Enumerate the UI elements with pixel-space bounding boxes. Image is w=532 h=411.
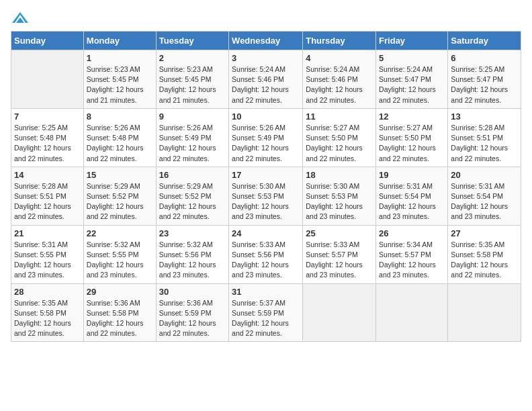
calendar-cell: 13Sunrise: 5:28 AMSunset: 5:51 PMDayligh… bbox=[448, 108, 521, 167]
day-number: 31 bbox=[232, 287, 300, 297]
calendar-cell bbox=[448, 283, 521, 342]
calendar-week: 21Sunrise: 5:31 AMSunset: 5:55 PMDayligh… bbox=[11, 225, 521, 283]
day-number: 23 bbox=[159, 228, 226, 238]
day-info: Sunrise: 5:27 AMSunset: 5:50 PMDaylight:… bbox=[306, 123, 373, 164]
calendar-cell: 5Sunrise: 5:24 AMSunset: 5:47 PMDaylight… bbox=[376, 50, 448, 109]
day-header: Tuesday bbox=[156, 32, 228, 50]
day-number: 24 bbox=[232, 228, 300, 238]
day-number: 25 bbox=[306, 228, 373, 238]
day-number: 18 bbox=[306, 170, 373, 180]
day-info: Sunrise: 5:25 AMSunset: 5:48 PMDaylight:… bbox=[14, 123, 81, 164]
calendar-body: 1Sunrise: 5:23 AMSunset: 5:45 PMDaylight… bbox=[11, 50, 521, 342]
day-number: 3 bbox=[232, 53, 300, 63]
calendar-cell: 22Sunrise: 5:32 AMSunset: 5:55 PMDayligh… bbox=[83, 225, 156, 283]
day-info: Sunrise: 5:31 AMSunset: 5:55 PMDaylight:… bbox=[14, 240, 81, 281]
day-header: Monday bbox=[83, 32, 156, 50]
calendar-week: 28Sunrise: 5:35 AMSunset: 5:58 PMDayligh… bbox=[11, 283, 521, 342]
calendar-cell: 20Sunrise: 5:31 AMSunset: 5:54 PMDayligh… bbox=[448, 167, 521, 225]
day-info: Sunrise: 5:35 AMSunset: 5:58 PMDaylight:… bbox=[14, 298, 81, 339]
page-header bbox=[11, 11, 521, 26]
calendar-cell: 1Sunrise: 5:23 AMSunset: 5:45 PMDaylight… bbox=[83, 50, 156, 109]
calendar-cell: 26Sunrise: 5:34 AMSunset: 5:57 PMDayligh… bbox=[376, 225, 448, 283]
day-info: Sunrise: 5:32 AMSunset: 5:55 PMDaylight:… bbox=[87, 240, 153, 281]
calendar-cell: 27Sunrise: 5:35 AMSunset: 5:58 PMDayligh… bbox=[448, 225, 521, 283]
calendar-cell: 12Sunrise: 5:27 AMSunset: 5:50 PMDayligh… bbox=[376, 108, 448, 167]
day-number: 2 bbox=[159, 53, 226, 63]
day-info: Sunrise: 5:24 AMSunset: 5:46 PMDaylight:… bbox=[232, 64, 300, 105]
day-info: Sunrise: 5:32 AMSunset: 5:56 PMDaylight:… bbox=[159, 240, 226, 281]
day-info: Sunrise: 5:31 AMSunset: 5:54 PMDaylight:… bbox=[451, 181, 518, 222]
day-number: 1 bbox=[87, 53, 153, 63]
day-number: 8 bbox=[87, 111, 153, 122]
day-number: 26 bbox=[379, 228, 445, 238]
calendar-header: SundayMondayTuesdayWednesdayThursdayFrid… bbox=[11, 32, 521, 50]
calendar-cell: 29Sunrise: 5:36 AMSunset: 5:58 PMDayligh… bbox=[83, 283, 156, 342]
calendar-cell: 3Sunrise: 5:24 AMSunset: 5:46 PMDaylight… bbox=[229, 50, 303, 109]
day-number: 30 bbox=[159, 287, 226, 297]
day-info: Sunrise: 5:23 AMSunset: 5:45 PMDaylight:… bbox=[159, 64, 226, 105]
calendar-cell: 16Sunrise: 5:29 AMSunset: 5:52 PMDayligh… bbox=[156, 167, 228, 225]
day-number: 22 bbox=[87, 228, 153, 238]
calendar-week: 1Sunrise: 5:23 AMSunset: 5:45 PMDaylight… bbox=[11, 50, 521, 109]
calendar-cell: 7Sunrise: 5:25 AMSunset: 5:48 PMDaylight… bbox=[11, 108, 84, 167]
day-info: Sunrise: 5:36 AMSunset: 5:58 PMDaylight:… bbox=[87, 298, 153, 339]
day-number: 13 bbox=[451, 111, 518, 122]
day-info: Sunrise: 5:23 AMSunset: 5:45 PMDaylight:… bbox=[87, 64, 153, 105]
day-number: 9 bbox=[159, 111, 226, 122]
day-info: Sunrise: 5:30 AMSunset: 5:53 PMDaylight:… bbox=[232, 181, 300, 222]
day-number: 20 bbox=[451, 170, 518, 180]
day-number: 17 bbox=[232, 170, 300, 180]
day-number: 19 bbox=[379, 170, 445, 180]
calendar-cell: 8Sunrise: 5:26 AMSunset: 5:48 PMDaylight… bbox=[83, 108, 156, 167]
day-info: Sunrise: 5:36 AMSunset: 5:59 PMDaylight:… bbox=[159, 298, 226, 339]
calendar-week: 14Sunrise: 5:28 AMSunset: 5:51 PMDayligh… bbox=[11, 167, 521, 225]
logo-icon bbox=[11, 11, 30, 26]
day-info: Sunrise: 5:29 AMSunset: 5:52 PMDaylight:… bbox=[159, 181, 226, 222]
header-row: SundayMondayTuesdayWednesdayThursdayFrid… bbox=[11, 32, 521, 50]
calendar-cell: 19Sunrise: 5:31 AMSunset: 5:54 PMDayligh… bbox=[376, 167, 448, 225]
day-info: Sunrise: 5:34 AMSunset: 5:57 PMDaylight:… bbox=[379, 240, 445, 281]
calendar-cell: 15Sunrise: 5:29 AMSunset: 5:52 PMDayligh… bbox=[83, 167, 156, 225]
day-header: Thursday bbox=[303, 32, 376, 50]
day-info: Sunrise: 5:24 AMSunset: 5:47 PMDaylight:… bbox=[379, 64, 445, 105]
day-header: Wednesday bbox=[229, 32, 303, 50]
calendar-cell: 4Sunrise: 5:24 AMSunset: 5:46 PMDaylight… bbox=[303, 50, 376, 109]
day-info: Sunrise: 5:26 AMSunset: 5:49 PMDaylight:… bbox=[159, 123, 226, 164]
day-info: Sunrise: 5:26 AMSunset: 5:49 PMDaylight:… bbox=[232, 123, 300, 164]
calendar-week: 7Sunrise: 5:25 AMSunset: 5:48 PMDaylight… bbox=[11, 108, 521, 167]
calendar-cell bbox=[303, 283, 376, 342]
calendar-cell: 28Sunrise: 5:35 AMSunset: 5:58 PMDayligh… bbox=[11, 283, 84, 342]
calendar-cell: 14Sunrise: 5:28 AMSunset: 5:51 PMDayligh… bbox=[11, 167, 84, 225]
day-info: Sunrise: 5:26 AMSunset: 5:48 PMDaylight:… bbox=[87, 123, 153, 164]
day-number: 5 bbox=[379, 53, 445, 63]
day-number: 10 bbox=[232, 111, 300, 122]
day-info: Sunrise: 5:28 AMSunset: 5:51 PMDaylight:… bbox=[14, 181, 81, 222]
calendar-cell: 10Sunrise: 5:26 AMSunset: 5:49 PMDayligh… bbox=[229, 108, 303, 167]
day-info: Sunrise: 5:29 AMSunset: 5:52 PMDaylight:… bbox=[87, 181, 153, 222]
day-header: Friday bbox=[376, 32, 448, 50]
day-header: Saturday bbox=[448, 32, 521, 50]
day-number: 6 bbox=[451, 53, 518, 63]
day-info: Sunrise: 5:33 AMSunset: 5:57 PMDaylight:… bbox=[306, 240, 373, 281]
day-info: Sunrise: 5:31 AMSunset: 5:54 PMDaylight:… bbox=[379, 181, 445, 222]
day-number: 11 bbox=[306, 111, 373, 122]
day-header: Sunday bbox=[11, 32, 84, 50]
day-info: Sunrise: 5:28 AMSunset: 5:51 PMDaylight:… bbox=[451, 123, 518, 164]
day-number: 15 bbox=[87, 170, 153, 180]
calendar-cell: 18Sunrise: 5:30 AMSunset: 5:53 PMDayligh… bbox=[303, 167, 376, 225]
calendar-cell: 24Sunrise: 5:33 AMSunset: 5:56 PMDayligh… bbox=[229, 225, 303, 283]
day-number: 14 bbox=[14, 170, 81, 180]
calendar-cell bbox=[376, 283, 448, 342]
day-number: 21 bbox=[14, 228, 81, 238]
calendar-cell: 31Sunrise: 5:37 AMSunset: 5:59 PMDayligh… bbox=[229, 283, 303, 342]
day-info: Sunrise: 5:25 AMSunset: 5:47 PMDaylight:… bbox=[451, 64, 518, 105]
day-number: 28 bbox=[14, 287, 81, 297]
calendar-cell: 11Sunrise: 5:27 AMSunset: 5:50 PMDayligh… bbox=[303, 108, 376, 167]
calendar-cell: 23Sunrise: 5:32 AMSunset: 5:56 PMDayligh… bbox=[156, 225, 228, 283]
day-info: Sunrise: 5:35 AMSunset: 5:58 PMDaylight:… bbox=[451, 240, 518, 281]
calendar-cell: 2Sunrise: 5:23 AMSunset: 5:45 PMDaylight… bbox=[156, 50, 228, 109]
day-info: Sunrise: 5:30 AMSunset: 5:53 PMDaylight:… bbox=[306, 181, 373, 222]
calendar-cell: 6Sunrise: 5:25 AMSunset: 5:47 PMDaylight… bbox=[448, 50, 521, 109]
day-number: 12 bbox=[379, 111, 445, 122]
day-number: 16 bbox=[159, 170, 226, 180]
